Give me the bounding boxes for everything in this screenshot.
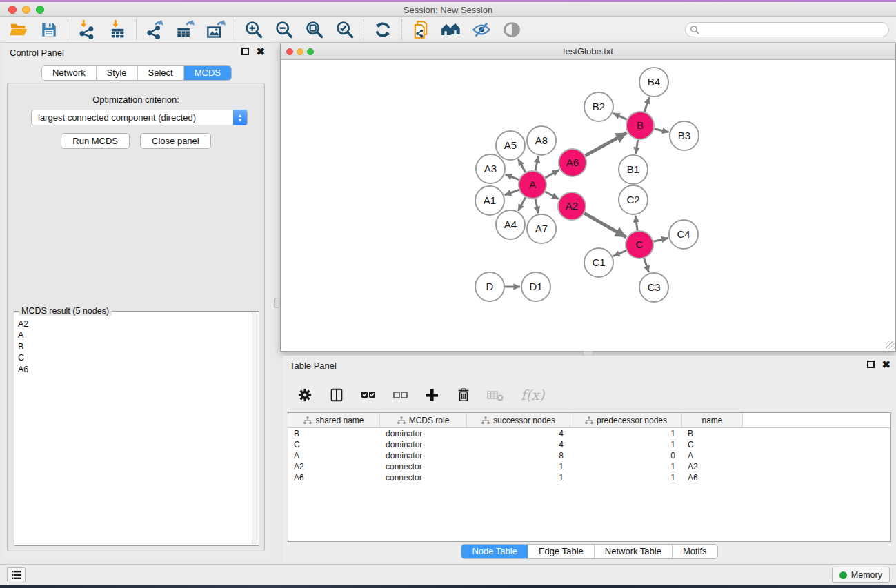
graph-edge[interactable] bbox=[635, 216, 637, 230]
list-item[interactable]: C bbox=[18, 352, 250, 363]
network-window-titlebar[interactable]: testGlobe.txt bbox=[281, 43, 895, 60]
resize-grip-icon[interactable] bbox=[886, 341, 895, 350]
graph-node-label: B4 bbox=[648, 76, 660, 88]
scrollbar-track[interactable] bbox=[252, 312, 258, 545]
memory-label: Memory bbox=[851, 570, 882, 580]
open-session-icon[interactable] bbox=[8, 19, 29, 40]
table-settings-gear-icon[interactable] bbox=[296, 386, 314, 404]
export-table-icon[interactable] bbox=[175, 19, 196, 40]
search-box[interactable] bbox=[685, 22, 889, 37]
column-header-successor-nodes[interactable]: successor nodes bbox=[467, 413, 570, 427]
list-item[interactable]: A6 bbox=[18, 364, 250, 375]
graph-edge[interactable] bbox=[584, 213, 626, 237]
graph-edge[interactable] bbox=[506, 174, 519, 179]
table-row[interactable]: C dominator 4 1 C bbox=[288, 439, 890, 450]
tab-motifs[interactable]: Motifs bbox=[673, 545, 717, 558]
tab-network-table[interactable]: Network Table bbox=[595, 545, 673, 558]
splitter-grip-vertical[interactable] bbox=[274, 298, 279, 308]
tab-mcds[interactable]: MCDS bbox=[184, 66, 231, 80]
table-row[interactable]: A6 connector 1 1 A6 bbox=[288, 472, 890, 483]
task-history-button[interactable] bbox=[7, 567, 26, 582]
float-panel-icon[interactable] bbox=[241, 48, 249, 55]
graph-edge[interactable] bbox=[613, 250, 626, 256]
network-graph[interactable]: B4B2BB3A5A8A6B1A3AA1C2A2A4A7C4CC1C3DD1 bbox=[281, 60, 895, 351]
svg-text:f(x): f(x) bbox=[521, 387, 545, 403]
graph-edge[interactable] bbox=[535, 199, 538, 214]
zoom-out-icon[interactable] bbox=[274, 19, 295, 40]
column-type-icon bbox=[481, 416, 490, 425]
zoom-selected-icon[interactable] bbox=[335, 19, 355, 40]
graph-edge[interactable] bbox=[545, 192, 558, 199]
memory-button[interactable]: Memory bbox=[832, 567, 890, 583]
search-input[interactable] bbox=[700, 23, 888, 36]
run-mcds-button[interactable]: Run MCDS bbox=[61, 133, 130, 149]
app-titlebar: Session: New Session bbox=[0, 2, 896, 17]
duplicate-network-icon[interactable] bbox=[410, 19, 431, 40]
list-item[interactable]: B bbox=[18, 341, 250, 352]
graph-edge[interactable] bbox=[644, 258, 649, 272]
import-table-icon[interactable] bbox=[107, 19, 128, 40]
mcds-result-list[interactable]: A2 A B C A6 bbox=[18, 318, 250, 543]
show-all-icon[interactable] bbox=[501, 19, 522, 40]
graph-edge[interactable] bbox=[585, 133, 626, 156]
column-header-filler bbox=[743, 413, 890, 427]
import-network-icon[interactable] bbox=[77, 19, 97, 40]
close-panel-icon[interactable]: ✖ bbox=[882, 361, 890, 368]
list-icon bbox=[11, 570, 22, 580]
graph-node-label: C3 bbox=[647, 281, 660, 293]
graph-node-label: B1 bbox=[627, 163, 639, 175]
save-session-icon[interactable] bbox=[39, 19, 59, 40]
table-row[interactable]: A2 connector 1 1 A2 bbox=[288, 461, 890, 472]
tab-style[interactable]: Style bbox=[97, 66, 138, 80]
graph-edge[interactable] bbox=[644, 97, 649, 112]
list-item[interactable]: A2 bbox=[18, 318, 250, 330]
graph-node-label: C1 bbox=[592, 256, 605, 268]
column-header-predecessor-nodes[interactable]: predecessor nodes bbox=[570, 413, 682, 427]
hide-selected-icon[interactable] bbox=[471, 19, 492, 40]
graph-node-label: A4 bbox=[504, 219, 517, 230]
zoom-in-icon[interactable] bbox=[243, 19, 264, 40]
list-item[interactable]: A bbox=[18, 330, 250, 341]
show-columns-icon[interactable] bbox=[328, 386, 346, 404]
column-header-shared-name[interactable]: shared name bbox=[288, 413, 380, 427]
refresh-icon[interactable] bbox=[372, 19, 393, 40]
table-row[interactable]: B dominator 4 1 B bbox=[288, 428, 890, 439]
graph-edge[interactable] bbox=[545, 170, 559, 178]
tab-node-table[interactable]: Node Table bbox=[461, 545, 528, 558]
home-icon[interactable] bbox=[441, 19, 461, 40]
select-all-icon[interactable] bbox=[359, 386, 377, 404]
column-header-name[interactable]: name bbox=[682, 413, 743, 427]
memory-status-icon bbox=[839, 571, 847, 579]
mcds-tab-content: Optimization criterion: largest connecte… bbox=[7, 83, 265, 551]
tab-edge-table[interactable]: Edge Table bbox=[528, 545, 595, 558]
close-panel-button[interactable]: Close panel bbox=[140, 133, 211, 149]
network-canvas[interactable]: B4B2BB3A5A8A6B1A3AA1C2A2A4A7C4CC1C3DD1 bbox=[281, 60, 895, 351]
float-panel-icon[interactable] bbox=[867, 361, 875, 368]
node-table[interactable]: shared name MCDS role successor nodes pr… bbox=[288, 412, 891, 542]
table-panel: Table Panel ✖ f(x) bbox=[283, 356, 896, 563]
table-row[interactable]: A dominator 8 0 A bbox=[288, 450, 890, 461]
graph-edge[interactable] bbox=[654, 129, 668, 132]
graph-edge[interactable] bbox=[518, 197, 526, 210]
graph-edge[interactable] bbox=[535, 156, 538, 171]
export-network-icon[interactable] bbox=[145, 19, 166, 40]
graph-edge[interactable] bbox=[518, 159, 525, 172]
tab-select[interactable]: Select bbox=[138, 66, 184, 80]
criterion-select[interactable]: largest connected component (directed) ▲… bbox=[31, 110, 248, 125]
graph-edge[interactable] bbox=[653, 238, 668, 241]
graph-edge[interactable] bbox=[636, 140, 638, 154]
export-image-icon[interactable] bbox=[206, 19, 226, 40]
close-panel-icon[interactable]: ✖ bbox=[256, 48, 265, 55]
zoom-fit-icon[interactable] bbox=[304, 19, 325, 40]
mcds-result-title: MCDS result (5 nodes) bbox=[19, 306, 112, 316]
table-tabs: Node Table Edge Table Network Table Moti… bbox=[283, 544, 896, 559]
deselect-all-icon[interactable] bbox=[391, 386, 409, 404]
tab-network[interactable]: Network bbox=[42, 66, 97, 80]
column-header-mcds-role[interactable]: MCDS role bbox=[380, 413, 467, 427]
graph-node-label: A2 bbox=[566, 200, 578, 212]
graph-edge[interactable] bbox=[505, 190, 519, 195]
graph-edge[interactable] bbox=[613, 113, 627, 119]
add-column-icon[interactable] bbox=[423, 386, 441, 404]
delete-column-trash-icon[interactable] bbox=[455, 386, 472, 404]
search-icon bbox=[690, 25, 700, 35]
